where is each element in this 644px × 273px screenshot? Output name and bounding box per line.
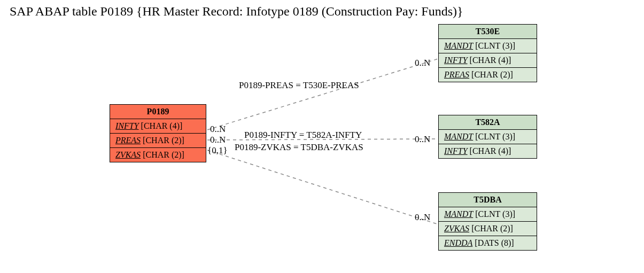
entity-field-row: PREAS [CHAR (2)] <box>439 68 537 82</box>
field-name: ENDDA <box>444 238 472 247</box>
field-name: ZVKAS <box>444 224 469 233</box>
field-type: [CHAR (2)] <box>471 70 513 79</box>
relation-label: P0189-INFTY = T582A-INFTY <box>244 130 362 141</box>
entity-t530e: T530E MANDT [CLNT (3)] INFTY [CHAR (4)] … <box>438 24 537 82</box>
field-name: PREAS <box>444 70 469 79</box>
diagram-title: SAP ABAP table P0189 {HR Master Record: … <box>10 4 463 19</box>
entity-header: T582A <box>439 115 537 130</box>
field-type: [DATS (8)] <box>475 238 514 247</box>
entity-field-row: MANDT [CLNT (3)] <box>439 207 537 222</box>
field-type: [CLNT (3)] <box>475 209 515 219</box>
svg-line-0 <box>207 59 438 130</box>
field-type: [CHAR (2)] <box>143 136 184 145</box>
entity-field-row: ENDDA [DATS (8)] <box>439 236 537 250</box>
entity-header: P0189 <box>110 105 206 119</box>
field-name: INFTY <box>444 146 468 155</box>
field-type: [CHAR (4)] <box>470 146 511 155</box>
field-type: [CLNT (3)] <box>475 41 515 50</box>
cardinality-left: {0,1} <box>207 145 228 156</box>
entity-t582a: T582A MANDT [CLNT (3)] INFTY [CHAR (4)] <box>438 115 537 159</box>
relation-label: P0189-PREAS = T530E-PREAS <box>239 80 359 91</box>
entity-field-row: MANDT [CLNT (3)] <box>439 39 537 53</box>
field-name: INFTY <box>444 56 468 65</box>
entity-field-row: ZVKAS [CHAR (2)] <box>439 222 537 236</box>
entity-field-row: ZVKAS [CHAR (2)] <box>110 148 206 162</box>
field-name: INFTY <box>115 121 139 130</box>
entity-p0189: P0189 INFTY [CHAR (4)] PREAS [CHAR (2)] … <box>110 104 206 162</box>
field-type: [CLNT (3)] <box>475 132 515 141</box>
cardinality-right: 0..N <box>415 58 430 68</box>
cardinality-right: 0..N <box>415 134 430 145</box>
field-name: MANDT <box>444 41 473 50</box>
entity-field-row: MANDT [CLNT (3)] <box>439 130 537 144</box>
field-name: MANDT <box>444 209 473 219</box>
entity-field-row: INFTY [CHAR (4)] <box>439 144 537 158</box>
relation-label: P0189-ZVKAS = T5DBA-ZVKAS <box>235 142 363 153</box>
entity-field-row: INFTY [CHAR (4)] <box>439 53 537 68</box>
field-name: PREAS <box>115 136 141 145</box>
field-type: [CHAR (2)] <box>471 224 513 233</box>
field-type: [CHAR (2)] <box>143 150 184 159</box>
cardinality-right: 0..N <box>415 212 430 223</box>
entity-t5dba: T5DBA MANDT [CLNT (3)] ZVKAS [CHAR (2)] … <box>438 192 537 251</box>
entity-header: T530E <box>439 25 537 39</box>
field-name: ZVKAS <box>115 150 141 159</box>
field-type: [CHAR (4)] <box>141 121 183 130</box>
entity-header: T5DBA <box>439 193 537 207</box>
entity-field-row: INFTY [CHAR (4)] <box>110 119 206 134</box>
cardinality-left: 0..N <box>210 135 226 145</box>
field-type: [CHAR (4)] <box>470 56 511 65</box>
entity-field-row: PREAS [CHAR (2)] <box>110 134 206 148</box>
svg-line-2 <box>207 150 438 224</box>
cardinality-left: 0..N <box>210 124 226 135</box>
field-name: MANDT <box>444 132 473 141</box>
